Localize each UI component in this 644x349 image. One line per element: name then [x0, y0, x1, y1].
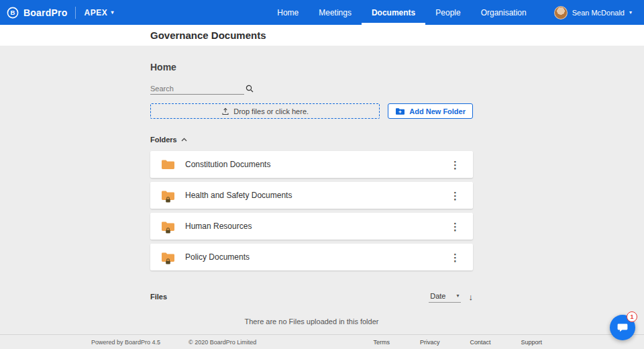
chat-unread-badge: 1 — [627, 311, 637, 322]
footer-link-contact[interactable]: Contact — [470, 339, 490, 346]
brand-name: BoardPro — [23, 7, 67, 18]
chevron-up-icon[interactable] — [181, 138, 187, 142]
powered-by-text: Powered by BoardPro 4.5 — [91, 339, 160, 346]
sort-by-value: Date — [430, 292, 445, 300]
folder-name: Policy Documents — [185, 252, 250, 262]
org-name: APEX — [84, 8, 107, 17]
nav-item-documents[interactable]: Documents — [362, 0, 425, 25]
upload-icon — [221, 107, 229, 115]
svg-text:B: B — [11, 9, 15, 16]
lock-icon — [165, 224, 171, 236]
sort-by-select[interactable]: Date ▾ — [429, 291, 460, 303]
org-switcher[interactable]: APEX ▾ — [84, 8, 114, 17]
user-menu[interactable]: Sean McDonald ▾ — [554, 6, 632, 19]
user-name: Sean McDonald — [572, 9, 625, 17]
folder-name: Constitution Documents — [185, 160, 270, 169]
search-icon[interactable] — [246, 85, 254, 93]
dropzone-label: Drop files or click here. — [233, 107, 309, 115]
folder-icon — [161, 159, 175, 170]
navbar-separator — [75, 7, 76, 19]
folder-name: Human Resources — [185, 221, 252, 231]
chevron-down-icon: ▾ — [629, 10, 632, 15]
primary-nav: Home Meetings Documents People Organisat… — [267, 0, 536, 25]
locked-folder-icon — [161, 221, 175, 232]
footer-link-support[interactable]: Support — [521, 339, 542, 346]
avatar — [554, 6, 568, 19]
top-navbar: B BoardPro APEX ▾ Home Meetings Document… — [0, 0, 644, 25]
chat-bubble-icon — [616, 321, 629, 334]
folder-row-policy-documents[interactable]: Policy Documents ⋮ — [150, 244, 473, 270]
nav-item-home[interactable]: Home — [267, 0, 309, 25]
copyright-text: © 2020 BoardPro Limited — [189, 339, 256, 346]
boardpro-logo-icon: B — [7, 7, 19, 19]
search-field — [150, 85, 244, 95]
lock-icon — [165, 193, 171, 205]
footer: Powered by BoardPro 4.5 © 2020 BoardPro … — [0, 334, 644, 349]
title-strip: Governance Documents — [0, 25, 644, 46]
kebab-menu-icon[interactable]: ⋮ — [447, 220, 464, 233]
empty-files-message: There are no Files uploaded in this fold… — [150, 317, 473, 326]
folder-list: Constitution Documents ⋮ Health and Safe… — [150, 151, 473, 270]
folder-row-health-and-safety[interactable]: Health and Safety Documents ⋮ — [150, 182, 473, 209]
brand-group[interactable]: B BoardPro — [7, 7, 67, 19]
kebab-menu-icon[interactable]: ⋮ — [447, 158, 464, 171]
files-section-label: Files — [150, 293, 167, 301]
folder-row-constitution-documents[interactable]: Constitution Documents ⋮ — [150, 151, 473, 178]
chevron-down-icon: ▾ — [111, 10, 114, 15]
file-dropzone[interactable]: Drop files or click here. — [150, 103, 380, 119]
add-folder-label: Add New Folder — [409, 107, 466, 115]
add-new-folder-button[interactable]: Add New Folder — [388, 103, 473, 119]
kebab-menu-icon[interactable]: ⋮ — [447, 251, 464, 264]
folder-name: Health and Safety Documents — [185, 191, 292, 200]
lock-icon — [165, 255, 171, 267]
folder-plus-icon — [395, 107, 405, 115]
footer-link-privacy[interactable]: Privacy — [420, 339, 440, 346]
folder-row-human-resources[interactable]: Human Resources ⋮ — [150, 213, 473, 240]
locked-folder-icon — [161, 190, 175, 201]
sort-direction-icon[interactable]: ↓ — [469, 293, 474, 301]
nav-item-people[interactable]: People — [425, 0, 470, 25]
chat-launcher-button[interactable]: 1 — [610, 315, 635, 340]
folders-section-label: Folders — [150, 136, 177, 144]
nav-item-meetings[interactable]: Meetings — [309, 0, 362, 25]
locked-folder-icon — [161, 252, 175, 262]
nav-item-organisation[interactable]: Organisation — [471, 0, 537, 25]
page-title: Governance Documents — [150, 30, 266, 41]
search-input[interactable] — [150, 85, 246, 93]
kebab-menu-icon[interactable]: ⋮ — [447, 189, 464, 202]
footer-link-terms[interactable]: Terms — [373, 339, 390, 346]
main-content: Home Drop files or click here. — [150, 62, 473, 326]
chevron-down-icon: ▾ — [456, 293, 459, 299]
breadcrumb: Home — [150, 62, 473, 72]
